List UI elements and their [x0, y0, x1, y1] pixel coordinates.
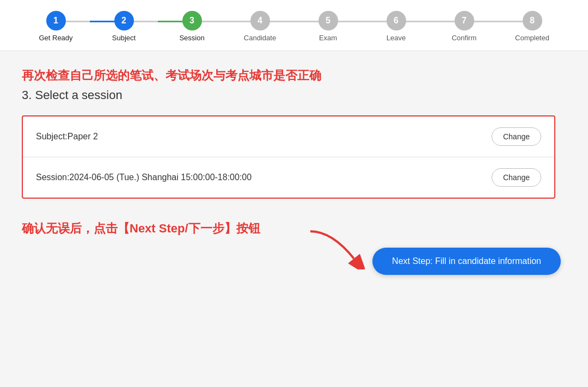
step-item-6: 6 Leave	[362, 11, 430, 42]
change-session-button[interactable]: Change	[492, 168, 541, 187]
subject-text: Subject:Paper 2	[36, 132, 98, 142]
step-label-3: Session	[179, 34, 204, 42]
step-item-1: 1 Get Ready	[22, 11, 90, 42]
step-circle-7: 7	[455, 11, 474, 30]
step-label-1: Get Ready	[39, 34, 72, 42]
red-arrow-icon	[299, 226, 365, 269]
step-item-2: 2 Subject	[90, 11, 158, 42]
step-circle-3: 3	[182, 11, 202, 30]
step-item-3: 3 Session	[158, 11, 226, 42]
step-item-8: 8 Completed	[498, 11, 566, 42]
step-circle-2: 2	[114, 11, 134, 30]
step-label-2: Subject	[112, 34, 136, 42]
step-item-5: 5 Exam	[294, 11, 362, 42]
change-subject-button[interactable]: Change	[492, 127, 541, 146]
step-label-8: Completed	[515, 34, 549, 42]
stepper-container: 1 Get Ready 2 Subject 3 Session 4 Candid…	[0, 0, 588, 51]
step-circle-1: 1	[46, 11, 66, 30]
step-circle-4: 4	[250, 11, 270, 30]
step-item-4: 4 Candidate	[226, 11, 294, 42]
step-item-7: 7 Confirm	[430, 11, 498, 42]
next-step-area: Next Step: Fill in candidate information	[22, 248, 566, 275]
session-text: Session:2024-06-05 (Tue.) Shanghai 15:00…	[36, 173, 252, 182]
step-label-5: Exam	[319, 34, 337, 42]
main-content: 再次检查自己所选的笔试、考试场次与考点城市是否正确 3. Select a se…	[0, 51, 588, 378]
next-step-button[interactable]: Next Step: Fill in candidate information	[372, 248, 561, 275]
stepper: 1 Get Ready 2 Subject 3 Session 4 Candid…	[22, 11, 566, 42]
step-circle-6: 6	[387, 11, 406, 30]
step-label-7: Confirm	[452, 34, 477, 42]
annotation-top: 再次检查自己所选的笔试、考试场次与考点城市是否正确	[22, 67, 566, 84]
step-label-6: Leave	[387, 34, 406, 42]
annotation-bottom-container: 确认无误后，点击【Next Step/下一步】按钮	[22, 220, 566, 237]
info-card: Subject:Paper 2 Change Session:2024-06-0…	[22, 115, 555, 199]
step-label-4: Candidate	[244, 34, 276, 42]
annotation-bottom: 确认无误后，点击【Next Step/下一步】按钮	[22, 220, 566, 237]
info-row-session: Session:2024-06-05 (Tue.) Shanghai 15:00…	[23, 157, 554, 198]
step-circle-8: 8	[523, 11, 542, 30]
step-circle-5: 5	[318, 11, 338, 30]
info-row-subject: Subject:Paper 2 Change	[23, 116, 554, 157]
section-title: 3. Select a session	[22, 88, 566, 102]
